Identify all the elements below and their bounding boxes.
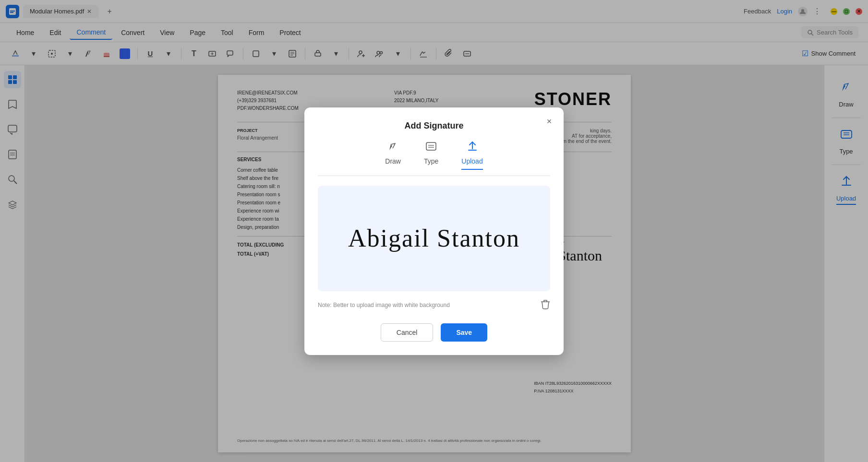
modal-tab-type-label: Type	[424, 157, 438, 165]
add-signature-modal: × Add Signature Draw Type Upload	[304, 107, 564, 355]
modal-note: Note: Better to upload image with white …	[318, 299, 550, 312]
modal-upload-icon	[467, 141, 478, 154]
signature-preview-text: Abigail Stanton	[348, 224, 520, 252]
modal-tab-draw[interactable]: Draw	[385, 141, 401, 170]
modal-tab-draw-label: Draw	[385, 157, 401, 165]
svg-rect-38	[426, 142, 436, 150]
modal-type-icon	[425, 141, 437, 154]
modal-note-text: Note: Better to upload image with white …	[318, 302, 450, 308]
modal-title: Add Signature	[318, 121, 550, 131]
modal-draw-icon	[387, 141, 399, 154]
modal-tabs: Draw Type Upload	[318, 141, 550, 176]
modal-tab-type[interactable]: Type	[424, 141, 438, 170]
delete-signature-button[interactable]	[541, 299, 550, 312]
modal-tab-upload-label: Upload	[461, 157, 482, 165]
modal-actions: Cancel Save	[318, 323, 550, 342]
modal-close-button[interactable]: ×	[542, 115, 556, 129]
save-button[interactable]: Save	[441, 323, 487, 342]
modal-tab-upload[interactable]: Upload	[461, 141, 482, 170]
signature-preview-area: Abigail Stanton	[318, 186, 550, 291]
cancel-button[interactable]: Cancel	[381, 323, 434, 342]
modal-overlay[interactable]: × Add Signature Draw Type Upload	[0, 0, 868, 462]
